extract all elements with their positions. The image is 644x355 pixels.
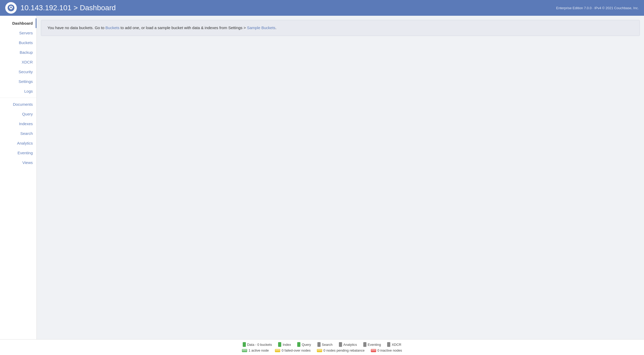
- sidebar-item-dashboard[interactable]: Dashboard: [0, 18, 36, 28]
- sidebar-item-views[interactable]: Views: [0, 158, 36, 167]
- svg-point-1: [10, 7, 12, 8]
- legend-analytics: Analytics: [339, 342, 357, 347]
- sidebar-item-documents[interactable]: Documents: [0, 99, 36, 109]
- notice-banner: You have no data buckets. Go to Buckets …: [41, 20, 640, 36]
- sidebar-item-settings[interactable]: Settings: [0, 77, 36, 86]
- legend-row-1: Data - 0 buckets Index Query Search Anal…: [243, 342, 402, 347]
- notice-text-pre: You have no data buckets. Go to: [47, 25, 105, 30]
- sample-buckets-link[interactable]: Sample Buckets: [247, 25, 275, 30]
- sidebar-item-servers[interactable]: Servers: [0, 28, 36, 38]
- sidebar-item-eventing[interactable]: Eventing: [0, 148, 36, 158]
- sidebar-item-analytics[interactable]: Analytics: [0, 138, 36, 148]
- legend-index: Index: [278, 342, 291, 347]
- legend-row-2: 1 active node 0 failed-over nodes 0 node…: [242, 348, 402, 352]
- notice-text-mid: to add one, or load a sample bucket with…: [120, 25, 247, 30]
- sidebar-item-search[interactable]: Search: [0, 129, 36, 138]
- legend-search: Search: [317, 342, 333, 347]
- legend-failed-over-nodes: 0 failed-over nodes: [275, 348, 311, 352]
- page-title: 10.143.192.101 > Dashboard: [20, 4, 556, 12]
- sidebar-item-buckets[interactable]: Buckets: [0, 38, 36, 47]
- logo[interactable]: [5, 2, 17, 14]
- sidebar-item-security[interactable]: Security: [0, 67, 36, 77]
- sidebar: Dashboard Servers Buckets Backup XDCR Se…: [0, 16, 37, 339]
- footer: Data - 0 buckets Index Query Search Anal…: [0, 339, 644, 355]
- legend-data: Data - 0 buckets: [243, 342, 272, 347]
- sidebar-item-backup[interactable]: Backup: [0, 47, 36, 57]
- sidebar-item-xdcr[interactable]: XDCR: [0, 57, 36, 67]
- notice-text-end: .: [275, 25, 277, 30]
- legend-inactive-nodes: 0 inactive nodes: [371, 348, 402, 352]
- sidebar-item-indexes[interactable]: Indexes: [0, 119, 36, 129]
- legend-active-nodes: 1 active node: [242, 348, 269, 352]
- main-content: You have no data buckets. Go to Buckets …: [37, 16, 644, 339]
- legend-pending-rebalance: 0 nodes pending rebalance: [317, 348, 365, 352]
- buckets-link[interactable]: Buckets: [105, 25, 119, 30]
- sidebar-item-query[interactable]: Query: [0, 109, 36, 119]
- legend-query: Query: [297, 342, 311, 347]
- header: 10.143.192.101 > Dashboard Enterprise Ed…: [0, 0, 644, 16]
- legend-xdcr: XDCR: [387, 342, 401, 347]
- legend-eventing: Eventing: [363, 342, 381, 347]
- edition-info: Enterprise Edition 7.0.0 · IPv4 © 2021 C…: [556, 6, 639, 10]
- sidebar-item-logs[interactable]: Logs: [0, 86, 36, 96]
